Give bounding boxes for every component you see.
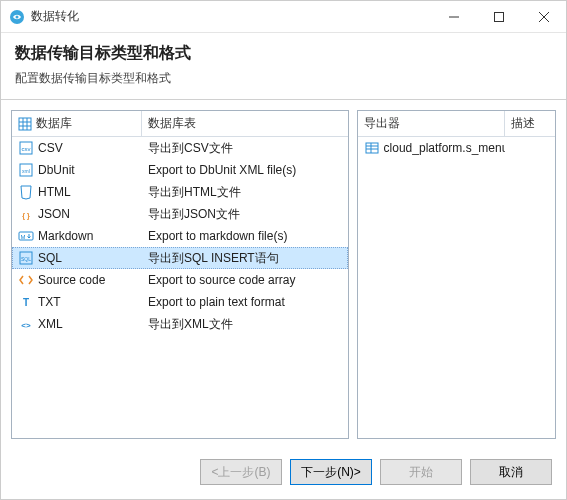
sql-icon: SQL [18, 250, 34, 266]
start-button[interactable]: 开始 [380, 459, 462, 485]
format-row[interactable]: { } JSON 导出到JSON文件 [12, 203, 348, 225]
format-col-table-label: 数据库表 [148, 115, 196, 132]
format-desc: 导出到SQL INSERT语句 [148, 250, 279, 267]
minimize-button[interactable] [431, 1, 476, 32]
exporter-rows: cloud_platform.s_menu [358, 137, 555, 438]
svg-rect-22 [366, 143, 378, 153]
content-area: 数据库 数据库表 csv CSV 导出到CSV文件 xml DbUnit Exp… [1, 100, 566, 449]
svg-text:T: T [23, 297, 29, 308]
format-desc: Export to DbUnit XML file(s) [148, 163, 296, 177]
next-button[interactable]: 下一步(N)> [290, 459, 372, 485]
format-list-header: 数据库 数据库表 [12, 111, 348, 137]
code-icon [18, 272, 34, 288]
title-bar: 数据转化 [1, 1, 566, 33]
exporter-panel: 导出器 描述 cloud_platform.s_menu [357, 110, 556, 439]
json-icon: { } [18, 206, 34, 222]
grid-icon [18, 117, 32, 131]
page-heading: 数据传输目标类型和格式 [15, 43, 552, 64]
svg-text:{ }: { } [22, 212, 30, 220]
exporter-name: cloud_platform.s_menu [384, 141, 505, 155]
format-desc: Export to source code array [148, 273, 295, 287]
format-name: SQL [38, 251, 62, 265]
maximize-button[interactable] [476, 1, 521, 32]
exporter-col-name[interactable]: 导出器 [358, 111, 505, 136]
format-name: HTML [38, 185, 71, 199]
format-name: CSV [38, 141, 63, 155]
close-button[interactable] [521, 1, 566, 32]
exporter-row[interactable]: cloud_platform.s_menu [358, 137, 555, 159]
csv-icon: csv [18, 140, 34, 156]
markdown-icon: M [18, 228, 34, 244]
svg-rect-6 [19, 118, 31, 130]
format-desc: 导出到HTML文件 [148, 184, 241, 201]
html-icon [18, 184, 34, 200]
window-title: 数据转化 [31, 8, 431, 25]
dbunit-icon: xml [18, 162, 34, 178]
app-icon [9, 9, 25, 25]
txt-icon: T [18, 294, 34, 310]
format-name: JSON [38, 207, 70, 221]
format-name: TXT [38, 295, 61, 309]
format-list-rows: csv CSV 导出到CSV文件 xml DbUnit Export to Db… [12, 137, 348, 438]
svg-rect-3 [494, 12, 503, 21]
exporter-col-desc[interactable]: 描述 [505, 111, 555, 136]
format-desc: 导出到JSON文件 [148, 206, 240, 223]
svg-text:<>: <> [21, 321, 31, 330]
exporter-col-name-label: 导出器 [364, 115, 400, 132]
format-col-database-label: 数据库 [36, 115, 72, 132]
format-row[interactable]: xml DbUnit Export to DbUnit XML file(s) [12, 159, 348, 181]
format-row[interactable]: csv CSV 导出到CSV文件 [12, 137, 348, 159]
exporter-header: 导出器 描述 [358, 111, 555, 137]
exporter-col-desc-label: 描述 [511, 115, 535, 132]
table-icon [364, 140, 380, 156]
format-row[interactable]: T TXT Export to plain text format [12, 291, 348, 313]
back-button[interactable]: <上一步(B) [200, 459, 282, 485]
format-name: XML [38, 317, 63, 331]
format-name: Markdown [38, 229, 93, 243]
format-name: DbUnit [38, 163, 75, 177]
format-desc: Export to plain text format [148, 295, 285, 309]
format-desc: 导出到CSV文件 [148, 140, 233, 157]
wizard-header: 数据传输目标类型和格式 配置数据传输目标类型和格式 [1, 33, 566, 100]
svg-text:M: M [21, 234, 26, 240]
wizard-footer: <上一步(B) 下一步(N)> 开始 取消 [1, 449, 566, 499]
format-col-table[interactable]: 数据库表 [142, 111, 348, 136]
format-row[interactable]: HTML 导出到HTML文件 [12, 181, 348, 203]
cancel-button[interactable]: 取消 [470, 459, 552, 485]
page-subtitle: 配置数据传输目标类型和格式 [15, 70, 552, 87]
xml-icon: <> [18, 316, 34, 332]
svg-point-1 [16, 15, 19, 18]
format-row[interactable]: SQL SQL 导出到SQL INSERT语句 [12, 247, 348, 269]
format-desc: Export to markdown file(s) [148, 229, 287, 243]
svg-text:xml: xml [22, 168, 30, 174]
format-desc: 导出到XML文件 [148, 316, 233, 333]
svg-text:SQL: SQL [21, 256, 31, 262]
format-row[interactable]: Source code Export to source code array [12, 269, 348, 291]
window-controls [431, 1, 566, 32]
format-name: Source code [38, 273, 105, 287]
svg-text:csv: csv [22, 146, 31, 152]
format-col-database[interactable]: 数据库 [12, 111, 142, 136]
format-list-panel: 数据库 数据库表 csv CSV 导出到CSV文件 xml DbUnit Exp… [11, 110, 349, 439]
format-row[interactable]: <> XML 导出到XML文件 [12, 313, 348, 335]
format-row[interactable]: M Markdown Export to markdown file(s) [12, 225, 348, 247]
